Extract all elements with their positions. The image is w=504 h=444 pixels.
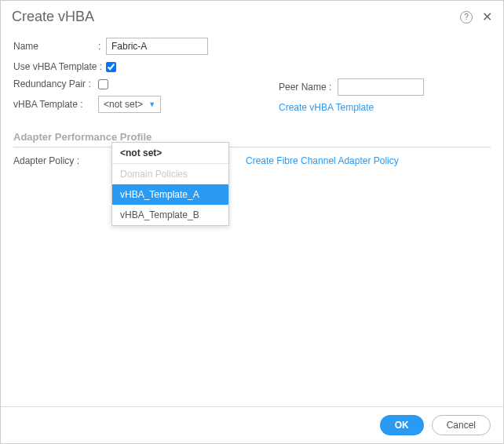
use-template-label: Use vHBA Template :	[13, 61, 106, 72]
dialog-footer: OK Cancel	[1, 406, 503, 443]
close-icon[interactable]: ✕	[482, 11, 492, 24]
ok-button[interactable]: OK	[380, 415, 424, 435]
use-template-row: Use vHBA Template :	[13, 61, 491, 72]
help-icon[interactable]: ?	[460, 11, 473, 24]
template-dropdown[interactable]: <not set> Domain Policies vHBA_Template_…	[111, 142, 229, 226]
template-select[interactable]: <not set> ▼	[98, 96, 161, 113]
caret-down-icon: ▼	[148, 100, 155, 108]
redundancy-row: Redundancy Pair :	[13, 78, 279, 89]
title-actions: ? ✕	[460, 11, 492, 24]
name-row: Name :	[13, 38, 491, 55]
name-input[interactable]	[106, 38, 208, 55]
dropdown-item-template-a[interactable]: vHBA_Template_A	[112, 184, 228, 205]
dialog-title: Create vHBA	[12, 9, 94, 25]
dropdown-item-template-b[interactable]: vHBA_Template_B	[112, 205, 228, 225]
template-label: vHBA Template :	[13, 99, 98, 110]
peer-name-input[interactable]	[338, 78, 424, 96]
create-vhba-dialog: Create vHBA ? ✕ Name : Use vHBA Template…	[0, 0, 504, 444]
template-row: vHBA Template : <not set> ▼	[13, 96, 279, 113]
dropdown-item-notset[interactable]: <not set>	[112, 143, 228, 163]
redundancy-checkbox[interactable]	[98, 79, 108, 89]
adapter-section-header: Adapter Performance Profile	[13, 127, 491, 147]
template-selected-value: <not set>	[104, 99, 143, 110]
cancel-button[interactable]: Cancel	[432, 415, 491, 435]
name-label: Name	[13, 41, 98, 52]
adapter-section-body: Adapter Policy : Create Fibre Channel Ad…	[13, 155, 491, 173]
create-adapter-policy-link[interactable]: Create Fibre Channel Adapter Policy	[246, 155, 399, 166]
create-vhba-template-link[interactable]: Create vHBA Template	[279, 102, 374, 113]
dialog-content: Name : Use vHBA Template : Redundancy Pa…	[1, 35, 503, 173]
template-row-wrap: vHBA Template : <not set> ▼ Create vHBA …	[13, 96, 491, 119]
redundancy-label: Redundancy Pair :	[13, 78, 98, 89]
use-template-checkbox[interactable]	[106, 62, 116, 72]
adapter-policy-label: Adapter Policy :	[13, 155, 98, 166]
peer-name-label: Peer Name :	[279, 82, 331, 93]
redundancy-peer-row: Redundancy Pair : Peer Name :	[13, 78, 491, 96]
dialog-titlebar: Create vHBA ? ✕	[1, 1, 503, 35]
dropdown-group-domain-policies: Domain Policies	[112, 164, 228, 184]
peer-row: Peer Name :	[279, 78, 491, 96]
